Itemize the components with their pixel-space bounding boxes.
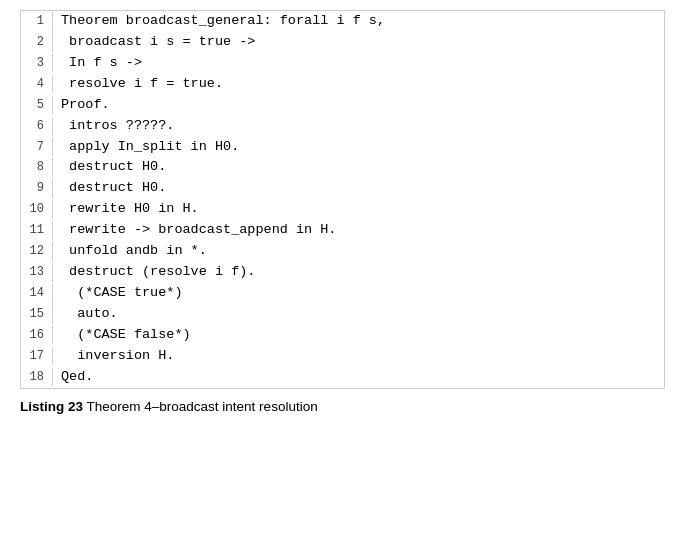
line-number: 6 (21, 117, 53, 136)
table-row: 5Proof. (21, 95, 664, 116)
line-number: 12 (21, 242, 53, 261)
line-number: 7 (21, 138, 53, 157)
table-row: 18Qed. (21, 367, 664, 388)
line-content: Qed. (53, 367, 93, 388)
line-number: 5 (21, 96, 53, 115)
table-row: 16 (*CASE false*) (21, 325, 664, 346)
line-content: Theorem broadcast_general: forall i f s, (53, 11, 385, 32)
line-content: auto. (53, 304, 118, 325)
line-content: rewrite H0 in H. (53, 199, 199, 220)
line-number: 10 (21, 200, 53, 219)
line-content: resolve i f = true. (53, 74, 223, 95)
table-row: 11 rewrite -> broadcast_append in H. (21, 220, 664, 241)
listing-caption: Listing 23 Theorem 4–broadcast intent re… (20, 399, 665, 414)
line-number: 16 (21, 326, 53, 345)
line-number: 18 (21, 368, 53, 387)
line-content: apply In_split in H0. (53, 137, 239, 158)
table-row: 4 resolve i f = true. (21, 74, 664, 95)
line-number: 2 (21, 33, 53, 52)
table-row: 6 intros ?????. (21, 116, 664, 137)
line-number: 4 (21, 75, 53, 94)
line-content: destruct (resolve i f). (53, 262, 255, 283)
line-content: Proof. (53, 95, 110, 116)
table-row: 9 destruct H0. (21, 178, 664, 199)
line-content: destruct H0. (53, 178, 166, 199)
line-content: (*CASE true*) (53, 283, 183, 304)
line-content: inversion H. (53, 346, 174, 367)
line-number: 11 (21, 221, 53, 240)
line-number: 14 (21, 284, 53, 303)
table-row: 3 In f s -> (21, 53, 664, 74)
line-content: intros ?????. (53, 116, 174, 137)
line-number: 13 (21, 263, 53, 282)
line-number: 9 (21, 179, 53, 198)
table-row: 1Theorem broadcast_general: forall i f s… (21, 11, 664, 32)
line-number: 8 (21, 158, 53, 177)
table-row: 17 inversion H. (21, 346, 664, 367)
line-number: 15 (21, 305, 53, 324)
table-row: 2 broadcast i s = true -> (21, 32, 664, 53)
line-number: 3 (21, 54, 53, 73)
table-row: 15 auto. (21, 304, 664, 325)
table-row: 8 destruct H0. (21, 157, 664, 178)
line-number: 1 (21, 12, 53, 31)
table-row: 14 (*CASE true*) (21, 283, 664, 304)
line-content: broadcast i s = true -> (53, 32, 255, 53)
caption-text: Theorem 4–broadcast intent resolution (83, 399, 318, 414)
line-content: unfold andb in *. (53, 241, 207, 262)
line-content: rewrite -> broadcast_append in H. (53, 220, 336, 241)
table-row: 10 rewrite H0 in H. (21, 199, 664, 220)
table-row: 7 apply In_split in H0. (21, 137, 664, 158)
line-content: destruct H0. (53, 157, 166, 178)
table-row: 12 unfold andb in *. (21, 241, 664, 262)
table-row: 13 destruct (resolve i f). (21, 262, 664, 283)
line-content: In f s -> (53, 53, 142, 74)
caption-label: Listing 23 (20, 399, 83, 414)
line-content: (*CASE false*) (53, 325, 191, 346)
line-number: 17 (21, 347, 53, 366)
code-listing: 1Theorem broadcast_general: forall i f s… (20, 10, 665, 389)
